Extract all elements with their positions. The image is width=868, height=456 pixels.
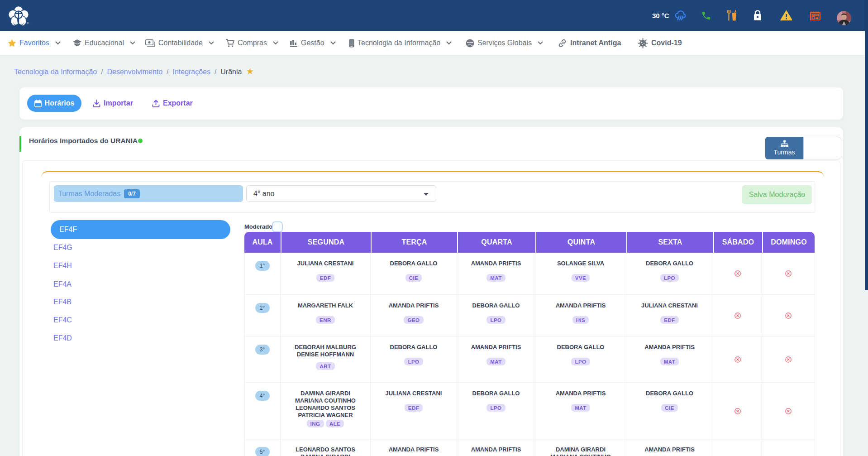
svg-text:®: ® — [27, 22, 29, 24]
